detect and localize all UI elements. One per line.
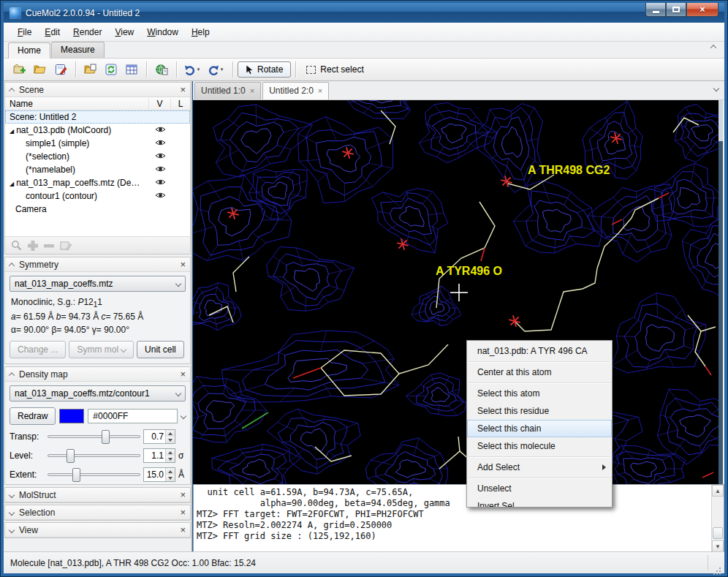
expand-icon[interactable]: [9, 527, 15, 533]
eye-icon[interactable]: [155, 192, 166, 199]
panel-header[interactable]: View×: [5, 523, 190, 538]
menu-view[interactable]: View: [108, 24, 140, 40]
context-menu-item[interactable]: Unselect: [467, 480, 612, 497]
symm-mol-button[interactable]: Symm mol: [69, 341, 134, 358]
tab-home[interactable]: Home: [8, 42, 50, 59]
slider-track[interactable]: [48, 473, 140, 476]
collapse-icon[interactable]: [9, 263, 15, 268]
add-item-icon[interactable]: [28, 241, 38, 251]
density-panel-header[interactable]: Density map ×: [5, 367, 190, 382]
value-spinbox[interactable]: 0.7: [143, 429, 175, 444]
scene-panel-header[interactable]: Scene ×: [5, 83, 190, 97]
view-tab[interactable]: Untitled 2:0×: [262, 82, 329, 99]
menu-help[interactable]: Help: [185, 24, 216, 40]
panel-close-icon[interactable]: ×: [180, 490, 186, 499]
menu-render[interactable]: Render: [67, 24, 108, 40]
ribbon-collapse-icon[interactable]: [710, 45, 716, 50]
tab-close-icon[interactable]: ×: [318, 86, 322, 95]
collapse-icon[interactable]: [9, 372, 15, 378]
symmetry-source-combobox[interactable]: nat_013_map_coeffs.mtz: [10, 276, 186, 292]
tree-row[interactable]: Camera: [5, 203, 190, 216]
tree-expander-icon[interactable]: ◢: [10, 181, 14, 187]
panel-header[interactable]: Selection×: [5, 505, 190, 520]
slider-thumb[interactable]: [67, 449, 75, 463]
tree-row[interactable]: ◢nat_013_map_coeffs.mtz (De…: [5, 176, 190, 189]
menu-file[interactable]: File: [11, 24, 38, 40]
undo-dropdown-icon[interactable]: ▾: [197, 67, 200, 72]
value-spinbox[interactable]: 15.0: [143, 467, 175, 482]
panel-close-icon[interactable]: ×: [180, 508, 186, 517]
spin-down-button[interactable]: [166, 475, 175, 481]
rect-select-button[interactable]: Rect select: [300, 62, 369, 77]
panel-close-icon[interactable]: ×: [180, 369, 186, 379]
resize-grip[interactable]: [719, 567, 721, 569]
minimize-button[interactable]: [645, 3, 666, 17]
tab-list-dropdown-icon[interactable]: [713, 86, 719, 91]
eye-icon[interactable]: [155, 126, 166, 133]
scroll-down-button[interactable]: ▼: [712, 540, 724, 552]
tree-expander-icon[interactable]: ◢: [10, 128, 14, 135]
scroll-up-button[interactable]: ▲: [712, 485, 724, 497]
value-spinbox[interactable]: 1.1: [143, 448, 175, 463]
unit-cell-button[interactable]: Unit cell: [137, 341, 184, 358]
save-scene-button[interactable]: [51, 61, 70, 78]
open-scene-button[interactable]: [31, 61, 50, 78]
viewport-scrollbar-thumb[interactable]: [718, 100, 723, 141]
context-menu-item[interactable]: Invert Sel: [467, 497, 612, 508]
report-table-button[interactable]: [122, 61, 141, 78]
redo-dropdown-icon[interactable]: ▾: [221, 67, 224, 72]
title-bar[interactable]: CueMol2 2.0.0.94 - Untitled 2 ×: [4, 3, 724, 23]
render-scene-button[interactable]: [152, 61, 171, 78]
new-scene-button[interactable]: [10, 61, 29, 78]
tree-row[interactable]: (*selection): [5, 150, 190, 163]
eye-icon[interactable]: [155, 152, 166, 159]
tree-row[interactable]: simple1 (simple): [5, 137, 190, 150]
maximize-button[interactable]: [666, 3, 686, 17]
change-button[interactable]: Change ...: [10, 341, 66, 358]
context-menu-item[interactable]: Add Select: [467, 459, 612, 476]
color-hex-input[interactable]: #0000FF: [88, 409, 178, 423]
slider-track[interactable]: [48, 435, 140, 438]
slider-thumb[interactable]: [102, 430, 110, 444]
tree-row[interactable]: Scene: Untitled 2: [5, 110, 190, 124]
open-file-button[interactable]: [81, 61, 100, 78]
context-menu-item[interactable]: Select this atom: [467, 385, 612, 402]
context-menu-item[interactable]: Center at this atom: [467, 363, 612, 381]
slider-thumb[interactable]: [72, 468, 80, 482]
spin-down-button[interactable]: [166, 437, 175, 443]
spin-down-button[interactable]: [166, 456, 175, 462]
tree-row[interactable]: ◢nat_013.pdb (MolCoord): [5, 124, 190, 137]
expand-icon[interactable]: [9, 510, 15, 516]
spin-up-button[interactable]: [166, 430, 175, 437]
rotate-tool-button[interactable]: Rotate: [238, 61, 291, 78]
zoom-tool-icon[interactable]: [11, 240, 22, 251]
context-menu-item[interactable]: Select this molecule: [467, 437, 612, 455]
molecule-viewport[interactable]: A THR498 CG2A TYR496 O: [193, 100, 718, 484]
panel-close-icon[interactable]: ×: [180, 85, 186, 94]
panel-close-icon[interactable]: ×: [180, 525, 186, 535]
redraw-button[interactable]: Redraw: [10, 407, 56, 425]
remove-item-icon[interactable]: [44, 243, 54, 249]
close-button[interactable]: ×: [686, 3, 718, 17]
tree-row[interactable]: (*namelabel): [5, 163, 190, 176]
refresh-view-button[interactable]: [102, 61, 121, 78]
context-menu-item[interactable]: Select this chain: [467, 420, 612, 437]
collapse-icon[interactable]: [9, 88, 15, 94]
log-scrollbar[interactable]: ▲ ▼: [711, 485, 724, 552]
menu-window[interactable]: Window: [140, 24, 185, 40]
chevron-down-icon[interactable]: [181, 413, 186, 419]
slider-track[interactable]: [48, 454, 140, 457]
log-scrollbar-thumb[interactable]: [713, 527, 723, 539]
spin-up-button[interactable]: [166, 468, 175, 475]
tab-measure[interactable]: Measure: [51, 42, 105, 58]
tab-close-icon[interactable]: ×: [250, 86, 254, 95]
undo-button[interactable]: ▾: [182, 61, 201, 78]
view-tab[interactable]: Untitled 1:0×: [194, 82, 261, 99]
tree-row[interactable]: contour1 (contour): [5, 189, 190, 203]
viewport-scrollbar[interactable]: [718, 100, 723, 484]
symmetry-panel-header[interactable]: Symmetry ×: [5, 257, 190, 272]
log-console[interactable]: unit cell a=61.59A, b=94.73A, c=75.65A, …: [193, 484, 724, 553]
redo-button[interactable]: ▾: [202, 61, 227, 78]
eye-icon[interactable]: [155, 139, 166, 146]
map-color-swatch[interactable]: [59, 409, 84, 423]
